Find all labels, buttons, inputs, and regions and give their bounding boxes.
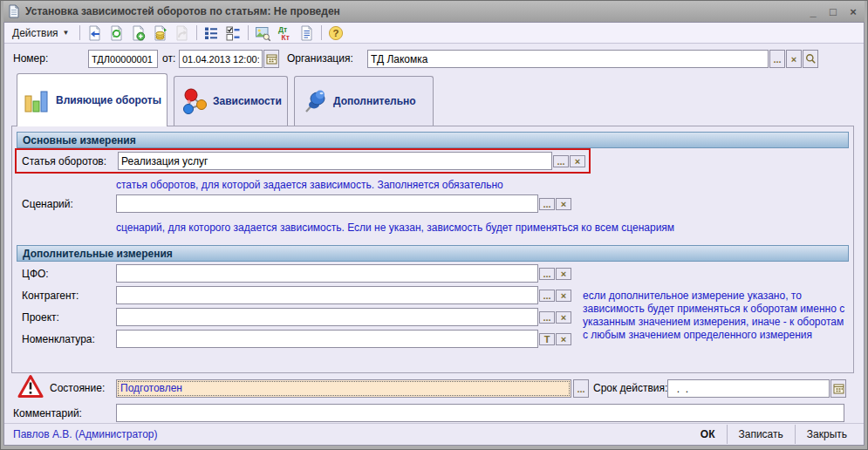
period-label: Срок действия: <box>593 382 667 394</box>
project-input[interactable] <box>116 308 538 326</box>
calendar-icon <box>833 383 844 394</box>
tab-influencing-turnovers[interactable]: Влияющие обороты <box>17 73 167 126</box>
report-icon <box>297 24 315 42</box>
undo-posting-icon <box>173 24 190 42</box>
toolbar: Действия ▼ <box>4 23 864 44</box>
copy-icon <box>129 24 147 42</box>
help-button[interactable]: ? <box>325 24 347 43</box>
window-body: Действия ▼ <box>3 22 865 446</box>
svg-text:Кт: Кт <box>282 33 290 42</box>
main-dimensions-header: Основные измерения <box>17 132 849 148</box>
nomenclature-input[interactable] <box>116 330 538 348</box>
number-input[interactable] <box>88 50 158 68</box>
contractor-clear-button[interactable]: × <box>556 290 571 302</box>
comment-label: Комментарий: <box>13 407 82 419</box>
close-form-button[interactable]: Закрыть <box>795 425 858 444</box>
project-label: Проект: <box>22 311 116 324</box>
nomenclature-label: Номенклатура: <box>22 333 116 345</box>
article-label: Статья оборотов: <box>22 155 118 167</box>
scenario-label: Сценарий: <box>22 198 116 210</box>
nomenclature-clear-button[interactable]: × <box>556 333 571 345</box>
current-user: Павлов А.В. (Администратор) <box>13 428 689 440</box>
calendar-icon <box>266 53 277 65</box>
article-field-highlight: Статья оборотов: ... × <box>15 148 591 174</box>
ok-button[interactable]: ОК <box>689 425 727 444</box>
refresh-icon <box>107 24 125 42</box>
scenario-choose-button[interactable]: ... <box>539 198 555 210</box>
organization-choose-button[interactable]: ... <box>769 50 785 68</box>
scenario-input[interactable] <box>116 194 538 213</box>
tab-label: Зависимости <box>213 95 282 107</box>
period-input[interactable] <box>667 379 830 398</box>
chevron-down-icon: ▼ <box>63 29 70 37</box>
contractor-row: Контрагент: ... × <box>22 286 571 304</box>
reread-button[interactable] <box>84 24 106 43</box>
scenario-hint: сценарий, для которого задается зависимо… <box>116 222 674 234</box>
article-choose-button[interactable]: ... <box>553 155 569 167</box>
organization-label: Организация: <box>287 52 353 65</box>
post-document-button[interactable] <box>149 24 171 43</box>
extra-dimensions-hint: если дополнительное измерение указано, т… <box>583 290 848 342</box>
maximize-button[interactable]: □ <box>825 5 841 18</box>
save-button[interactable]: Записать <box>727 425 795 444</box>
project-row: Проект: ... × <box>22 308 571 326</box>
comment-input[interactable] <box>116 404 844 422</box>
reread-icon <box>85 24 103 42</box>
structure-icon <box>202 24 220 42</box>
contractor-choose-button[interactable]: ... <box>539 290 555 302</box>
structure-button[interactable] <box>201 24 222 43</box>
nomenclature-type-button[interactable]: T <box>539 333 555 345</box>
date-input[interactable] <box>179 50 263 68</box>
project-choose-button[interactable]: ... <box>539 311 555 324</box>
tab-label: Влияющие обороты <box>56 94 161 106</box>
actions-menu-label: Действия <box>12 27 58 39</box>
organization-open-button[interactable] <box>803 50 818 68</box>
toolbar-separator <box>321 25 322 40</box>
help-icon: ? <box>327 24 345 42</box>
calendar-button[interactable] <box>263 50 279 68</box>
organization-clear-button[interactable]: × <box>786 50 802 68</box>
warning-icon <box>17 374 44 399</box>
number-label: Номер: <box>13 52 48 65</box>
project-clear-button[interactable]: × <box>556 311 571 324</box>
toolbar-separator <box>79 25 80 40</box>
extra-dimensions-header: Дополнительные измерения <box>17 245 849 262</box>
status-bar: Павлов А.В. (Администратор) ОК Записать … <box>4 423 864 445</box>
scenario-clear-button[interactable]: × <box>556 198 571 210</box>
pictures-button[interactable] <box>252 24 274 43</box>
cfo-row: ЦФО: ... × <box>22 264 571 283</box>
undo-posting-button[interactable] <box>171 24 193 43</box>
contractor-label: Контрагент: <box>22 290 116 302</box>
titlebar: Установка зависимостей оборотов по стать… <box>3 1 865 22</box>
article-hint: статья оборотов, для которой задается за… <box>116 179 503 191</box>
state-field[interactable]: Подготовлен <box>116 379 571 398</box>
state-label: Состояние: <box>50 382 105 394</box>
svg-text:?: ? <box>332 28 338 38</box>
report-button[interactable] <box>296 24 318 43</box>
organization-input[interactable] <box>367 50 769 68</box>
toolbar-separator <box>196 25 197 40</box>
period-calendar-button[interactable] <box>830 379 846 398</box>
minimize-button[interactable]: _ <box>805 5 821 18</box>
copy-button[interactable] <box>127 24 149 43</box>
article-input[interactable] <box>118 152 552 170</box>
contractor-input[interactable] <box>116 286 538 304</box>
refresh-button[interactable] <box>106 24 127 43</box>
date-prefix-label: от: <box>162 52 175 65</box>
cfo-choose-button[interactable]: ... <box>539 268 555 280</box>
app-window: Установка зависимостей оборотов по стать… <box>0 0 868 450</box>
cfo-input[interactable] <box>116 264 538 283</box>
cfo-label: ЦФО: <box>22 268 116 280</box>
molecule-icon <box>180 87 208 115</box>
pushpin-icon <box>300 87 328 115</box>
tab-additional[interactable]: Дополнительно <box>294 76 434 126</box>
nomenclature-row: Номенклатура: T × <box>22 330 571 348</box>
actions-menu-button[interactable]: Действия ▼ <box>8 25 76 41</box>
state-choose-button[interactable]: ... <box>573 379 589 398</box>
cfo-clear-button[interactable]: × <box>556 268 571 280</box>
settings-list-button[interactable] <box>222 24 244 43</box>
dt-kt-button[interactable]: ДтКт <box>274 24 296 43</box>
close-button[interactable]: × <box>845 5 861 18</box>
tab-dependencies[interactable]: Зависимости <box>174 76 288 126</box>
article-clear-button[interactable]: × <box>570 155 585 167</box>
